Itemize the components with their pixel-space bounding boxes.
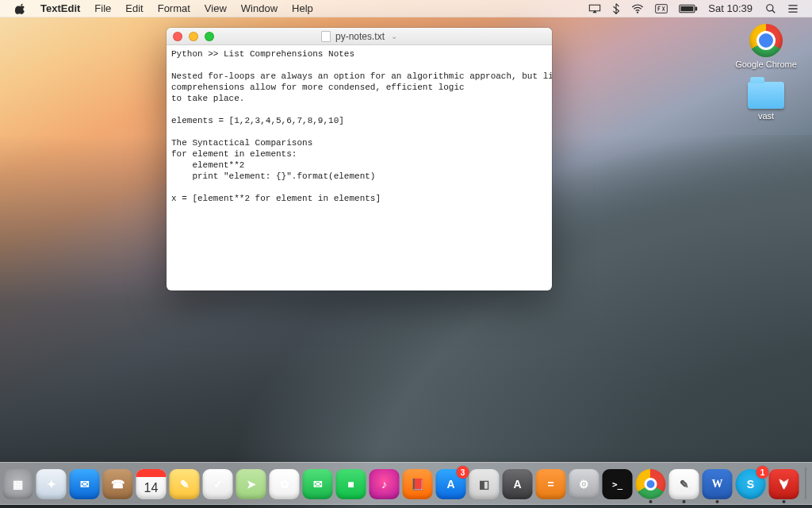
dock-app-dict[interactable]: A [503,469,533,499]
dock-app-skype[interactable]: S1 [736,469,766,499]
adobe-icon: ⮟ [769,469,799,499]
folder-icon [748,82,784,109]
desktop-icon-folder[interactable]: vast [734,79,798,121]
word-icon: W [703,469,733,499]
window-close-button[interactable] [173,32,182,41]
dock-app-appstore[interactable]: A3 [436,469,466,499]
svg-point-5 [767,4,773,10]
dock-app-safari[interactable]: ✦ [36,469,67,499]
safari-icon: ✦ [36,469,67,499]
dock: ☺▦✦✉☎14✎✓➤✿✉■♪📕A3◧A=⚙>_✎WS1⮟ [0,462,812,505]
reminders-icon: ✓ [203,469,233,499]
dock-app-facetime[interactable]: ■ [336,469,366,499]
notes-icon: ✎ [170,469,200,499]
airplay-icon[interactable] [583,0,607,17]
textinput-icon[interactable] [649,0,673,17]
dock-app-messages[interactable]: ✉ [303,469,333,499]
dock-app-calendar[interactable]: 14 [136,469,167,499]
desktop-icon-label: vast [758,111,774,121]
window-minimize-button[interactable] [189,32,198,41]
menu-window[interactable]: Window [234,0,285,17]
desktop-icon-label: Google Chrome [735,60,797,69]
dock-app-photos[interactable]: ✿ [270,469,300,499]
apple-menu[interactable] [8,3,33,14]
chrome-icon [749,24,783,57]
dock-app-textedit[interactable]: ✎ [669,469,699,499]
maps-icon: ➤ [236,469,266,499]
facetime-icon: ■ [336,469,366,499]
notification-center-icon[interactable] [782,0,804,17]
desktop-icons: Google Chrome vast [734,24,798,121]
spotlight-icon[interactable] [760,0,782,17]
dock-app-adobe[interactable]: ⮟ [769,469,799,499]
messages-icon: ✉ [303,469,333,499]
dock-app-chrome[interactable] [636,469,666,499]
dock-app-ibooks[interactable]: 📕 [403,469,433,499]
chrome-icon [636,469,666,499]
dock-app-itunes[interactable]: ♪ [370,469,400,499]
dock-app-terminal[interactable]: >_ [603,469,633,499]
textedit-window[interactable]: py-notes.txt ⌄ Python >> List Comprehens… [167,28,552,291]
desktop-icon-chrome[interactable]: Google Chrome [734,24,798,69]
window-titlebar[interactable]: py-notes.txt ⌄ [167,28,552,45]
svg-rect-1 [656,4,668,13]
dict-icon: A [503,469,533,499]
dock-badge: 1 [756,466,769,479]
desktop: TextEdit File Edit Format View Window He… [0,0,812,508]
menu-bar: TextEdit File Edit Format View Window He… [0,0,812,17]
dock-app-sysprefs[interactable]: ⚙ [569,469,599,499]
menu-clock[interactable]: Sat 10:39 [703,0,760,17]
contacts-icon: ☎ [103,469,133,499]
window-zoom-button[interactable] [205,32,214,41]
battery-icon[interactable] [673,0,703,17]
dock-app-preview[interactable]: ◧ [469,469,500,499]
document-text[interactable]: Python >> List Comprehensions Notes Nest… [167,45,552,209]
bluetooth-icon[interactable] [607,0,626,17]
dock-badge: 3 [457,466,469,479]
preview-icon: ◧ [469,469,500,499]
textedit-icon: ✎ [669,469,699,499]
dock-app-mail[interactable]: ✉ [70,469,100,499]
window-title: py-notes.txt [335,31,385,42]
dock-app-maps[interactable]: ➤ [236,469,266,499]
dock-app-notes[interactable]: ✎ [170,469,200,499]
dock-app-reminders[interactable]: ✓ [203,469,233,499]
terminal-icon: >_ [603,469,633,499]
calc-icon: = [536,469,566,499]
dock-app-word[interactable]: W [703,469,733,499]
wifi-icon[interactable] [626,0,649,17]
svg-rect-4 [695,6,697,10]
title-dropdown-icon: ⌄ [391,32,397,40]
dock-app-launch[interactable]: ▦ [3,469,33,499]
menu-view[interactable]: View [197,0,234,17]
dock-separator [806,468,806,499]
menu-file[interactable]: File [87,0,118,17]
svg-rect-3 [681,6,694,10]
menu-edit[interactable]: Edit [118,0,150,17]
ibooks-icon: 📕 [403,469,433,499]
dock-app-calc[interactable]: = [536,469,566,499]
sysprefs-icon: ⚙ [569,469,599,499]
dock-app-contacts[interactable]: ☎ [103,469,133,499]
itunes-icon: ♪ [370,469,400,499]
document-icon [321,31,331,42]
calendar-icon: 14 [136,469,167,499]
svg-point-0 [637,11,638,13]
mail-icon: ✉ [70,469,100,499]
launch-icon: ▦ [3,469,33,499]
menu-help[interactable]: Help [285,0,320,17]
photos-icon: ✿ [270,469,300,499]
menu-app-name[interactable]: TextEdit [33,0,87,17]
menu-format[interactable]: Format [151,0,197,17]
